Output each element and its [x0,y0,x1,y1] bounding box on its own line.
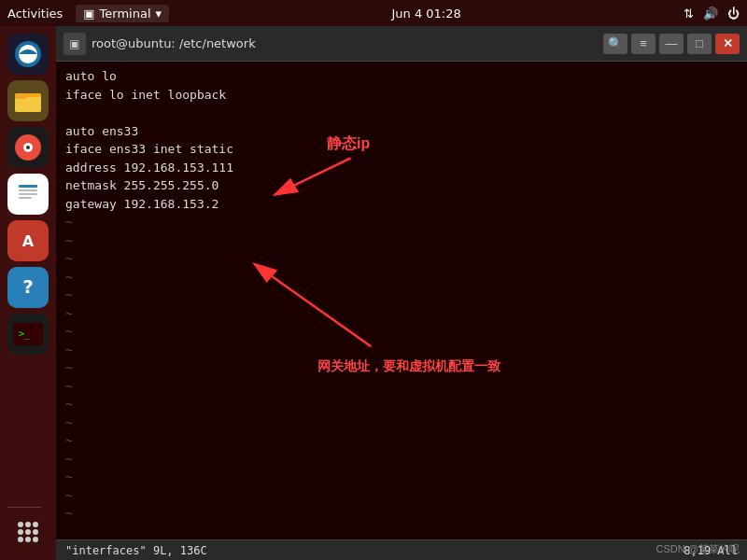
term-line-25: ~ [65,504,738,523]
term-line-2: iface lo inet loopback [65,86,738,105]
gnome-topbar: Activities ▣ Terminal ▾ Jun 4 01:28 ⇅ 🔊 … [0,0,747,26]
topbar-right: ⇅ 🔊 ⏻ [684,7,740,21]
term-line-18: ~ [65,377,738,396]
term-line-10: ~ [65,231,738,250]
terminal-tab-label: Terminal [100,7,151,21]
terminal-icon: ▣ [63,33,86,55]
titlebar-left: ▣ root@ubuntu: /etc/network [63,33,256,55]
activities-button[interactable]: Activities [7,7,63,21]
term-line-1: auto lo [65,67,738,86]
volume-icon[interactable]: 🔊 [703,7,718,21]
sidebar-item-writer[interactable] [7,174,49,215]
svg-rect-3 [15,97,41,112]
terminal-tab-arrow[interactable]: ▾ [156,7,162,21]
close-button[interactable]: ✕ [715,34,740,54]
terminal-tab-icon: ▣ [83,7,94,21]
svg-rect-10 [19,189,37,191]
term-line-22: ~ [65,450,738,469]
svg-point-20 [25,522,31,527]
terminal-statusbar: "interfaces" 9L, 136C 8,19 All [56,539,747,560]
titlebar-right: 🔍 ≡ — □ ✕ [603,34,740,54]
terminal-window: ▣ root@ubuntu: /etc/network 🔍 ≡ — □ ✕ au… [56,26,747,560]
term-line-12: ~ [65,268,738,287]
svg-point-23 [25,529,31,535]
sidebar-item-rhythmbox[interactable] [7,127,49,168]
term-line-14: ~ [65,304,738,323]
svg-text:>_: >_ [19,329,31,340]
sidebar-divider [7,507,41,508]
term-line-23: ~ [65,468,738,486]
term-line-11: ~ [65,249,738,268]
svg-point-25 [18,537,23,542]
term-line-13: ~ [65,286,738,304]
sidebar: A ? >_ [0,26,56,560]
term-line-20: ~ [65,413,738,432]
watermark: CSDN @菜菜的呢 [656,542,740,556]
maximize-button[interactable]: □ [687,34,712,54]
term-line-7: netmask 255.255.255.0 [65,176,738,195]
network-icon[interactable]: ⇅ [684,7,694,21]
topbar-left: Activities ▣ Terminal ▾ [7,5,169,22]
term-line-8: gateway 192.168.153.2 [65,195,738,214]
sidebar-item-thunderbird[interactable] [7,34,49,75]
term-line-5: iface ens33 inet static [65,140,738,159]
term-line-3 [65,104,738,122]
svg-rect-4 [15,93,26,99]
sidebar-item-help[interactable]: ? [7,267,49,308]
sidebar-item-files[interactable] [7,80,49,121]
svg-text:A: A [22,232,35,250]
term-line-16: ~ [65,341,738,359]
term-line-19: ~ [65,395,738,413]
statusbar-file-info: "interfaces" 9L, 136C [65,544,207,557]
term-line-6: address 192.168.153.111 [65,159,738,177]
term-line-15: ~ [65,322,738,341]
svg-point-7 [26,146,30,149]
svg-point-26 [25,537,31,542]
term-line-4: auto ens33 [65,122,738,141]
svg-text:?: ? [22,275,34,298]
svg-point-27 [33,537,38,542]
titlebar-title: root@ubuntu: /etc/network [92,36,256,50]
topbar-center: Jun 4 01:28 [391,7,460,21]
svg-point-22 [18,529,23,535]
term-line-17: ~ [65,358,738,377]
terminal-tab[interactable]: ▣ Terminal ▾ [76,5,169,22]
svg-rect-11 [19,193,37,195]
terminal-titlebar: ▣ root@ubuntu: /etc/network 🔍 ≡ — □ ✕ [56,26,747,62]
power-icon[interactable]: ⏻ [727,7,740,21]
term-line-24: ~ [65,486,738,505]
term-line-21: ~ [65,431,738,450]
svg-rect-9 [19,185,37,188]
minimize-button[interactable]: — [659,34,684,54]
search-button[interactable]: 🔍 [603,34,627,54]
svg-point-19 [18,522,23,527]
terminal-content[interactable]: auto lo iface lo inet loopback auto ens3… [56,62,747,539]
sidebar-item-terminal[interactable]: >_ [7,314,49,355]
sidebar-item-appstore[interactable]: A [7,220,49,261]
menu-button[interactable]: ≡ [631,34,655,54]
svg-rect-12 [19,197,32,199]
svg-point-24 [33,529,38,535]
sidebar-item-grid[interactable] [7,511,49,553]
datetime-display: Jun 4 01:28 [391,7,460,21]
svg-point-21 [33,522,38,527]
term-line-9: ~ [65,213,738,231]
